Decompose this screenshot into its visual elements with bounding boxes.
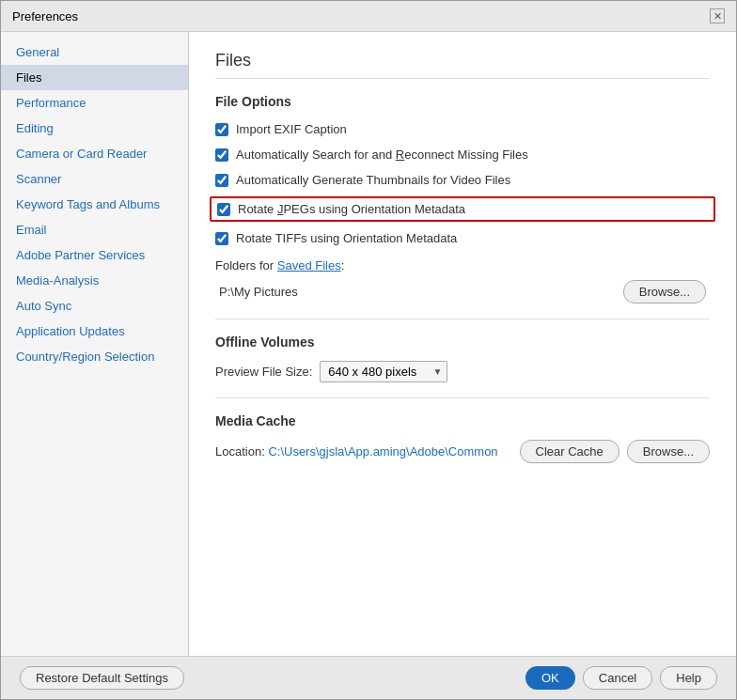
offline-volumes-row: Preview File Size: 640 x 480 pixels 1024… bbox=[215, 361, 710, 382]
sidebar-item-auto-sync[interactable]: Auto Sync bbox=[1, 293, 188, 319]
saved-files-path: P:\My Pictures bbox=[219, 285, 298, 299]
offline-volumes-title: Offline Volumes bbox=[215, 334, 710, 350]
reconnect-missing-label: Automatically Search for and Reconnect M… bbox=[236, 148, 528, 162]
sidebar: GeneralFilesPerformanceEditingCamera or … bbox=[1, 32, 189, 656]
restore-defaults-button[interactable]: Restore Default Settings bbox=[20, 666, 184, 690]
sidebar-item-country-region[interactable]: Country/Region Selection bbox=[1, 344, 188, 369]
main-content: Files File Options Import EXIF Caption A… bbox=[189, 32, 736, 656]
close-button[interactable]: ✕ bbox=[710, 8, 725, 23]
sidebar-item-email[interactable]: Email bbox=[1, 217, 188, 242]
location-path: C:\Users\gjsla\App.aming\Adobe\Common bbox=[268, 444, 497, 459]
sidebar-item-scanner[interactable]: Scanner bbox=[1, 166, 188, 192]
dialog-body: GeneralFilesPerformanceEditingCamera or … bbox=[1, 32, 736, 656]
sidebar-item-app-updates[interactable]: Application Updates bbox=[1, 319, 188, 344]
checkbox-import-exif: Import EXIF Caption bbox=[215, 120, 710, 138]
preferences-dialog: Preferences ✕ GeneralFilesPerformanceEdi… bbox=[0, 0, 737, 700]
sidebar-item-camera[interactable]: Camera or Card Reader bbox=[1, 141, 188, 166]
dialog-footer: Restore Default Settings OK Cancel Help bbox=[1, 656, 736, 699]
file-options-title: File Options bbox=[215, 94, 710, 109]
folders-label: Folders for Saved Files: bbox=[215, 258, 710, 272]
browse-button-files[interactable]: Browse... bbox=[623, 280, 706, 303]
browse-button-cache[interactable]: Browse... bbox=[627, 440, 710, 463]
rotate-tiffs-checkbox[interactable] bbox=[215, 232, 228, 245]
saved-files-link[interactable]: Saved Files bbox=[277, 258, 341, 272]
browse-row: P:\My Pictures Browse... bbox=[215, 280, 710, 303]
generate-thumbnails-label: Automatically Generate Thumbnails for Vi… bbox=[236, 173, 510, 187]
media-cache-row: Location: C:\Users\gjsla\App.aming\Adobe… bbox=[215, 440, 710, 463]
title-bar: Preferences ✕ bbox=[1, 1, 736, 32]
checkbox-rotate-jpegs-row: Rotate JPEGs using Orientation Metadata bbox=[210, 196, 715, 222]
sidebar-item-keyword-tags[interactable]: Keyword Tags and Albums bbox=[1, 192, 188, 217]
sidebar-item-performance[interactable]: Performance bbox=[1, 90, 188, 116]
media-cache-section: Media Cache Location: C:\Users\gjsla\App… bbox=[215, 413, 710, 463]
preview-label: Preview File Size: bbox=[215, 365, 312, 379]
file-options-section: File Options Import EXIF Caption Automat… bbox=[215, 94, 710, 303]
checkbox-rotate-tiffs: Rotate TIFFs using Orientation Metadata bbox=[215, 229, 710, 247]
sidebar-item-general[interactable]: General bbox=[1, 39, 188, 65]
location-label: Location: C:\Users\gjsla\App.aming\Adobe… bbox=[215, 444, 512, 459]
sidebar-item-files[interactable]: Files bbox=[1, 65, 188, 90]
help-button[interactable]: Help bbox=[660, 666, 717, 690]
ok-button[interactable]: OK bbox=[525, 666, 575, 690]
rotate-jpegs-label: Rotate JPEGs using Orientation Metadata bbox=[238, 202, 465, 216]
clear-cache-button[interactable]: Clear Cache bbox=[520, 440, 619, 463]
checkbox-generate-thumbnails: Automatically Generate Thumbnails for Vi… bbox=[215, 171, 710, 189]
media-cache-title: Media Cache bbox=[215, 413, 710, 428]
footer-buttons: OK Cancel Help bbox=[525, 666, 717, 690]
sidebar-item-editing[interactable]: Editing bbox=[1, 116, 188, 141]
preview-select-container: 640 x 480 pixels 1024 x 768 pixels 1280 … bbox=[320, 361, 447, 382]
dialog-title: Preferences bbox=[12, 9, 78, 23]
reconnect-missing-checkbox[interactable] bbox=[215, 148, 228, 162]
cancel-button[interactable]: Cancel bbox=[583, 666, 652, 690]
preview-size-select[interactable]: 640 x 480 pixels 1024 x 768 pixels 1280 … bbox=[320, 361, 447, 382]
import-exif-label: Import EXIF Caption bbox=[236, 122, 347, 136]
section-title: Files bbox=[215, 51, 710, 79]
generate-thumbnails-checkbox[interactable] bbox=[215, 174, 228, 187]
import-exif-checkbox[interactable] bbox=[215, 123, 228, 136]
divider-1 bbox=[215, 319, 710, 319]
offline-volumes-section: Offline Volumes Preview File Size: 640 x… bbox=[215, 334, 710, 382]
sidebar-item-adobe-partner[interactable]: Adobe Partner Services bbox=[1, 242, 188, 268]
checkbox-reconnect-missing: Automatically Search for and Reconnect M… bbox=[215, 146, 710, 163]
divider-2 bbox=[215, 397, 710, 398]
rotate-tiffs-label: Rotate TIFFs using Orientation Metadata bbox=[236, 231, 457, 245]
sidebar-item-media-analysis[interactable]: Media-Analysis bbox=[1, 268, 188, 293]
rotate-jpegs-checkbox[interactable] bbox=[217, 203, 230, 216]
